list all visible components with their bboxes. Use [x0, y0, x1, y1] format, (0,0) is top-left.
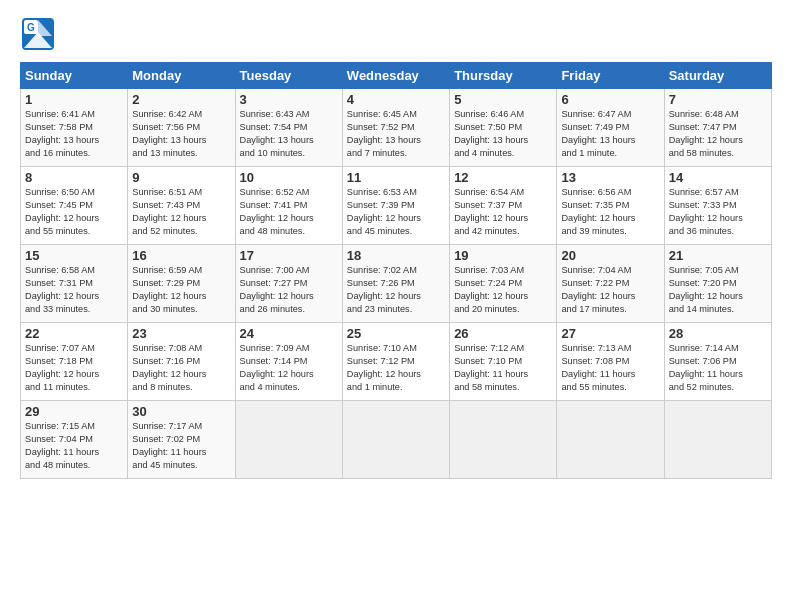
day-number: 24	[240, 326, 338, 341]
day-number: 8	[25, 170, 123, 185]
day-number: 10	[240, 170, 338, 185]
cell-info: Sunrise: 7:10 AM Sunset: 7:12 PM Dayligh…	[347, 342, 445, 394]
day-number: 3	[240, 92, 338, 107]
cell-info: Sunrise: 7:00 AM Sunset: 7:27 PM Dayligh…	[240, 264, 338, 316]
day-number: 18	[347, 248, 445, 263]
cell-info: Sunrise: 7:09 AM Sunset: 7:14 PM Dayligh…	[240, 342, 338, 394]
calendar-cell: 21Sunrise: 7:05 AM Sunset: 7:20 PM Dayli…	[664, 245, 771, 323]
cell-info: Sunrise: 7:04 AM Sunset: 7:22 PM Dayligh…	[561, 264, 659, 316]
day-number: 16	[132, 248, 230, 263]
calendar-cell: 29Sunrise: 7:15 AM Sunset: 7:04 PM Dayli…	[21, 401, 128, 479]
cell-info: Sunrise: 7:12 AM Sunset: 7:10 PM Dayligh…	[454, 342, 552, 394]
day-number: 27	[561, 326, 659, 341]
calendar-cell: 8Sunrise: 6:50 AM Sunset: 7:45 PM Daylig…	[21, 167, 128, 245]
page: G Sunday Monday Tuesday Wednesday Thursd…	[0, 0, 792, 612]
cell-info: Sunrise: 6:57 AM Sunset: 7:33 PM Dayligh…	[669, 186, 767, 238]
calendar-cell: 18Sunrise: 7:02 AM Sunset: 7:26 PM Dayli…	[342, 245, 449, 323]
day-number: 22	[25, 326, 123, 341]
calendar-cell: 15Sunrise: 6:58 AM Sunset: 7:31 PM Dayli…	[21, 245, 128, 323]
day-number: 26	[454, 326, 552, 341]
calendar-cell: 3Sunrise: 6:43 AM Sunset: 7:54 PM Daylig…	[235, 89, 342, 167]
calendar-cell: 19Sunrise: 7:03 AM Sunset: 7:24 PM Dayli…	[450, 245, 557, 323]
calendar-cell: 9Sunrise: 6:51 AM Sunset: 7:43 PM Daylig…	[128, 167, 235, 245]
table-row: 8Sunrise: 6:50 AM Sunset: 7:45 PM Daylig…	[21, 167, 772, 245]
day-number: 17	[240, 248, 338, 263]
cell-info: Sunrise: 7:03 AM Sunset: 7:24 PM Dayligh…	[454, 264, 552, 316]
cell-info: Sunrise: 6:56 AM Sunset: 7:35 PM Dayligh…	[561, 186, 659, 238]
calendar-cell: 22Sunrise: 7:07 AM Sunset: 7:18 PM Dayli…	[21, 323, 128, 401]
logo: G	[20, 16, 60, 52]
cell-info: Sunrise: 7:05 AM Sunset: 7:20 PM Dayligh…	[669, 264, 767, 316]
col-saturday: Saturday	[664, 63, 771, 89]
calendar-cell	[557, 401, 664, 479]
day-number: 25	[347, 326, 445, 341]
table-row: 22Sunrise: 7:07 AM Sunset: 7:18 PM Dayli…	[21, 323, 772, 401]
calendar-cell: 28Sunrise: 7:14 AM Sunset: 7:06 PM Dayli…	[664, 323, 771, 401]
col-sunday: Sunday	[21, 63, 128, 89]
col-monday: Monday	[128, 63, 235, 89]
day-number: 2	[132, 92, 230, 107]
cell-info: Sunrise: 6:45 AM Sunset: 7:52 PM Dayligh…	[347, 108, 445, 160]
header: G	[20, 16, 772, 52]
cell-info: Sunrise: 6:54 AM Sunset: 7:37 PM Dayligh…	[454, 186, 552, 238]
cell-info: Sunrise: 6:58 AM Sunset: 7:31 PM Dayligh…	[25, 264, 123, 316]
cell-info: Sunrise: 7:14 AM Sunset: 7:06 PM Dayligh…	[669, 342, 767, 394]
calendar-cell: 27Sunrise: 7:13 AM Sunset: 7:08 PM Dayli…	[557, 323, 664, 401]
svg-text:G: G	[27, 22, 35, 33]
cell-info: Sunrise: 6:48 AM Sunset: 7:47 PM Dayligh…	[669, 108, 767, 160]
cell-info: Sunrise: 6:59 AM Sunset: 7:29 PM Dayligh…	[132, 264, 230, 316]
cell-info: Sunrise: 7:17 AM Sunset: 7:02 PM Dayligh…	[132, 420, 230, 472]
cell-info: Sunrise: 6:46 AM Sunset: 7:50 PM Dayligh…	[454, 108, 552, 160]
calendar-cell: 26Sunrise: 7:12 AM Sunset: 7:10 PM Dayli…	[450, 323, 557, 401]
calendar-cell: 2Sunrise: 6:42 AM Sunset: 7:56 PM Daylig…	[128, 89, 235, 167]
col-wednesday: Wednesday	[342, 63, 449, 89]
calendar-cell: 25Sunrise: 7:10 AM Sunset: 7:12 PM Dayli…	[342, 323, 449, 401]
cell-info: Sunrise: 6:43 AM Sunset: 7:54 PM Dayligh…	[240, 108, 338, 160]
calendar-cell: 13Sunrise: 6:56 AM Sunset: 7:35 PM Dayli…	[557, 167, 664, 245]
calendar-cell: 24Sunrise: 7:09 AM Sunset: 7:14 PM Dayli…	[235, 323, 342, 401]
day-number: 21	[669, 248, 767, 263]
calendar-cell	[450, 401, 557, 479]
calendar-cell: 7Sunrise: 6:48 AM Sunset: 7:47 PM Daylig…	[664, 89, 771, 167]
calendar-cell: 14Sunrise: 6:57 AM Sunset: 7:33 PM Dayli…	[664, 167, 771, 245]
cell-info: Sunrise: 6:53 AM Sunset: 7:39 PM Dayligh…	[347, 186, 445, 238]
calendar-cell	[664, 401, 771, 479]
cell-info: Sunrise: 6:50 AM Sunset: 7:45 PM Dayligh…	[25, 186, 123, 238]
day-number: 12	[454, 170, 552, 185]
calendar-cell	[235, 401, 342, 479]
calendar-cell: 6Sunrise: 6:47 AM Sunset: 7:49 PM Daylig…	[557, 89, 664, 167]
logo-icon: G	[20, 16, 56, 52]
day-number: 28	[669, 326, 767, 341]
cell-info: Sunrise: 6:51 AM Sunset: 7:43 PM Dayligh…	[132, 186, 230, 238]
cell-info: Sunrise: 6:52 AM Sunset: 7:41 PM Dayligh…	[240, 186, 338, 238]
day-number: 29	[25, 404, 123, 419]
day-number: 9	[132, 170, 230, 185]
day-number: 14	[669, 170, 767, 185]
day-number: 19	[454, 248, 552, 263]
calendar-cell: 11Sunrise: 6:53 AM Sunset: 7:39 PM Dayli…	[342, 167, 449, 245]
day-number: 11	[347, 170, 445, 185]
table-row: 15Sunrise: 6:58 AM Sunset: 7:31 PM Dayli…	[21, 245, 772, 323]
calendar-cell: 17Sunrise: 7:00 AM Sunset: 7:27 PM Dayli…	[235, 245, 342, 323]
calendar-cell: 30Sunrise: 7:17 AM Sunset: 7:02 PM Dayli…	[128, 401, 235, 479]
day-number: 4	[347, 92, 445, 107]
day-number: 20	[561, 248, 659, 263]
cell-info: Sunrise: 7:02 AM Sunset: 7:26 PM Dayligh…	[347, 264, 445, 316]
cell-info: Sunrise: 7:08 AM Sunset: 7:16 PM Dayligh…	[132, 342, 230, 394]
col-thursday: Thursday	[450, 63, 557, 89]
header-row: Sunday Monday Tuesday Wednesday Thursday…	[21, 63, 772, 89]
day-number: 1	[25, 92, 123, 107]
day-number: 15	[25, 248, 123, 263]
calendar-cell: 10Sunrise: 6:52 AM Sunset: 7:41 PM Dayli…	[235, 167, 342, 245]
calendar-table: Sunday Monday Tuesday Wednesday Thursday…	[20, 62, 772, 479]
calendar-cell: 5Sunrise: 6:46 AM Sunset: 7:50 PM Daylig…	[450, 89, 557, 167]
cell-info: Sunrise: 7:07 AM Sunset: 7:18 PM Dayligh…	[25, 342, 123, 394]
col-tuesday: Tuesday	[235, 63, 342, 89]
table-row: 1Sunrise: 6:41 AM Sunset: 7:58 PM Daylig…	[21, 89, 772, 167]
calendar-cell: 12Sunrise: 6:54 AM Sunset: 7:37 PM Dayli…	[450, 167, 557, 245]
table-row: 29Sunrise: 7:15 AM Sunset: 7:04 PM Dayli…	[21, 401, 772, 479]
cell-info: Sunrise: 6:47 AM Sunset: 7:49 PM Dayligh…	[561, 108, 659, 160]
day-number: 30	[132, 404, 230, 419]
cell-info: Sunrise: 6:41 AM Sunset: 7:58 PM Dayligh…	[25, 108, 123, 160]
calendar-cell	[342, 401, 449, 479]
